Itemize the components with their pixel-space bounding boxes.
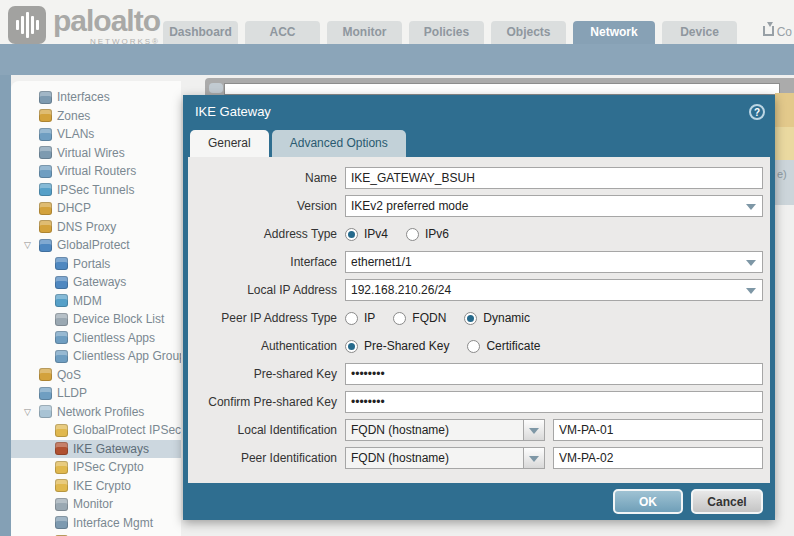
- sidebar-item-gateways[interactable]: Gateways: [11, 273, 181, 292]
- main-nav-tabs: Dashboard ACC Monitor Policies Objects N…: [163, 21, 737, 44]
- nav-tab-device[interactable]: Device: [662, 21, 737, 44]
- background-search-icon: [209, 83, 223, 93]
- nav-tab-dashboard[interactable]: Dashboard: [163, 21, 238, 44]
- local-id-type-select[interactable]: FQDN (hostname): [345, 419, 545, 441]
- ike-crypto-icon: [55, 479, 68, 492]
- dns-proxy-icon: [39, 220, 52, 233]
- monitor-icon: [55, 498, 68, 511]
- nav-tab-objects[interactable]: Objects: [491, 21, 566, 44]
- sidebar-item-monitor[interactable]: Monitor: [11, 495, 181, 514]
- authentication-row: Authentication Pre-Shared Key Certificat…: [195, 335, 763, 357]
- ipv4-radio[interactable]: [345, 228, 358, 241]
- clientless-apps-icon: [55, 331, 68, 344]
- gp-ipsec-crypto-icon: [55, 424, 68, 437]
- expand-arrow-icon[interactable]: ▽: [24, 407, 39, 417]
- globalprotect-icon: [39, 239, 52, 252]
- sidebar-item-network-profiles[interactable]: ▽Network Profiles: [11, 403, 181, 422]
- address-type-row: Address Type IPv4 IPv6: [195, 223, 763, 245]
- pre-shared-key-radio[interactable]: [345, 340, 358, 353]
- sidebar-item-ipsec-tunnels[interactable]: IPSec Tunnels: [11, 181, 181, 200]
- peer-fqdn-radio[interactable]: [393, 312, 406, 325]
- interface-mgmt-icon: [55, 516, 68, 529]
- network-sidebar: Interfaces Zones VLANs Virtual Wires Vir…: [11, 81, 181, 536]
- name-label: Name: [195, 171, 345, 185]
- local-id-value-input[interactable]: [553, 419, 763, 441]
- psk-row: Pre-shared Key: [195, 363, 763, 385]
- cancel-button[interactable]: Cancel: [691, 489, 763, 514]
- paloalto-logo-icon: [8, 6, 46, 44]
- peer-ip-radio-label: IP: [364, 311, 375, 325]
- local-ip-label: Local IP Address: [195, 283, 345, 297]
- pre-shared-key-radio-label: Pre-Shared Key: [364, 339, 449, 353]
- sidebar-item-ike-gateways[interactable]: IKE Gateways: [11, 440, 181, 459]
- sidebar-item-ipsec-crypto[interactable]: IPSec Crypto: [11, 458, 181, 477]
- commit-link[interactable]: Co: [763, 25, 792, 39]
- interface-label: Interface: [195, 255, 345, 269]
- sidebar-item-ike-crypto[interactable]: IKE Crypto: [11, 477, 181, 496]
- interface-row: Interface ethernet1/1: [195, 251, 763, 273]
- sidebar-item-zones[interactable]: Zones: [11, 107, 181, 126]
- local-ip-select[interactable]: 192.168.210.26/24: [345, 279, 763, 301]
- name-input[interactable]: [345, 167, 763, 189]
- chevron-down-icon: [529, 456, 539, 467]
- background-search-input: [224, 83, 780, 95]
- sidebar-item-mdm[interactable]: MDM: [11, 292, 181, 311]
- sidebar-item-portals[interactable]: Portals: [11, 255, 181, 274]
- zones-icon: [39, 109, 52, 122]
- ok-button[interactable]: OK: [613, 489, 683, 514]
- sidebar-item-clientless-app-groups[interactable]: Clientless App Groups: [11, 347, 181, 366]
- chevron-down-icon: [746, 260, 756, 271]
- peer-id-type-select[interactable]: FQDN (hostname): [345, 447, 545, 469]
- nav-tab-policies[interactable]: Policies: [409, 21, 484, 44]
- dhcp-icon: [39, 202, 52, 215]
- expand-arrow-icon[interactable]: ▽: [24, 240, 39, 250]
- help-icon[interactable]: ?: [749, 104, 765, 120]
- tab-general[interactable]: General: [190, 130, 269, 157]
- local-id-label: Local Identification: [195, 423, 345, 437]
- nav-tab-acc[interactable]: ACC: [245, 21, 320, 44]
- ipv6-radio[interactable]: [406, 228, 419, 241]
- sidebar-item-vlans[interactable]: VLANs: [11, 125, 181, 144]
- version-label: Version: [195, 199, 345, 213]
- app-header: paloalto NETWORKS® Dashboard ACC Monitor…: [0, 0, 794, 44]
- interface-select[interactable]: ethernet1/1: [345, 251, 763, 273]
- sidebar-item-globalprotect-ipsec-crypto[interactable]: GlobalProtect IPSec Cry: [11, 421, 181, 440]
- sidebar-item-virtual-wires[interactable]: Virtual Wires: [11, 144, 181, 163]
- local-id-row: Local Identification FQDN (hostname): [195, 419, 763, 441]
- chevron-down-icon: [529, 428, 539, 439]
- ike-gateways-icon: [55, 442, 68, 455]
- psk-input[interactable]: [345, 363, 763, 385]
- sidebar-item-virtual-routers[interactable]: Virtual Routers: [11, 162, 181, 181]
- dialog-title: IKE Gateway: [195, 104, 749, 119]
- peer-dynamic-radio[interactable]: [464, 312, 477, 325]
- qos-icon: [39, 368, 52, 381]
- peer-fqdn-radio-label: FQDN: [412, 311, 446, 325]
- clientless-app-groups-icon: [55, 350, 68, 363]
- sidebar-item-dns-proxy[interactable]: DNS Proxy: [11, 218, 181, 237]
- sidebar-item-qos[interactable]: QoS: [11, 366, 181, 385]
- sidebar-item-device-block-list[interactable]: Device Block List: [11, 310, 181, 329]
- tab-advanced-options[interactable]: Advanced Options: [272, 130, 406, 157]
- gateways-icon: [55, 276, 68, 289]
- nav-tab-monitor[interactable]: Monitor: [327, 21, 402, 44]
- sidebar-item-dhcp[interactable]: DHCP: [11, 199, 181, 218]
- sidebar-item-lldp[interactable]: LLDP: [11, 384, 181, 403]
- local-ip-row: Local IP Address 192.168.210.26/24: [195, 279, 763, 301]
- nav-tab-network[interactable]: Network: [573, 21, 655, 44]
- portals-icon: [55, 257, 68, 270]
- sidebar-item-globalprotect[interactable]: ▽GlobalProtect: [11, 236, 181, 255]
- paloalto-logo: paloalto NETWORKS®: [8, 6, 160, 46]
- peer-ip-radio[interactable]: [345, 312, 358, 325]
- certificate-radio[interactable]: [467, 340, 480, 353]
- peer-id-value-input[interactable]: [553, 447, 763, 469]
- network-profiles-icon: [39, 405, 52, 418]
- sidebar-item-clientless-apps[interactable]: Clientless Apps: [11, 329, 181, 348]
- virtual-routers-icon: [39, 165, 52, 178]
- psk-label: Pre-shared Key: [195, 367, 345, 381]
- sidebar-item-zone-protection[interactable]: Zone Protection: [11, 532, 181, 536]
- sidebar-item-interfaces[interactable]: Interfaces: [11, 88, 181, 107]
- version-select[interactable]: IKEv2 preferred mode: [345, 195, 763, 217]
- sub-nav-band: [0, 44, 794, 75]
- confirm-psk-input[interactable]: [345, 391, 763, 413]
- sidebar-item-interface-mgmt[interactable]: Interface Mgmt: [11, 514, 181, 533]
